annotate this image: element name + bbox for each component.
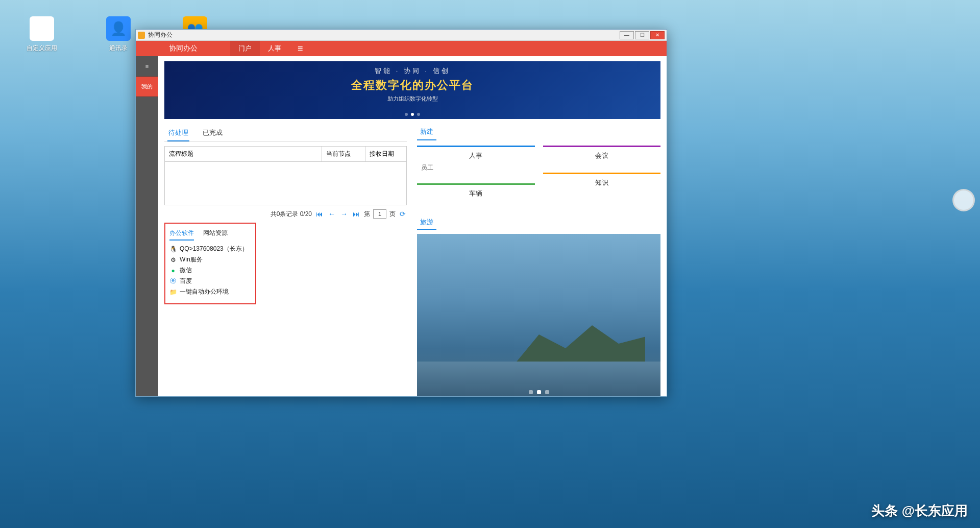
card-meeting[interactable]: 会议 [543,146,661,167]
banner-dot[interactable] [405,113,408,116]
nav-hr[interactable]: 人事 [260,41,289,56]
rail-mine-button[interactable]: 我的 [136,77,158,97]
folder-icon: 📁 [169,289,177,296]
pager-suffix: 页 [389,210,396,219]
card-title: 车辆 [421,189,531,198]
resource-item-qq[interactable]: 🐧QQ>137608023（长东） [169,244,251,254]
travel-panel: 旅游 [417,217,660,396]
task-tabs: 待处理 已完成 [164,125,407,142]
maximize-button[interactable]: ☐ [635,31,649,39]
pager-last-icon[interactable]: ⏭ [352,210,361,218]
service-icon: ⚙ [169,256,177,263]
tab-pending[interactable]: 待处理 [167,125,189,141]
close-button[interactable]: ✕ [650,31,665,39]
pager-prefix: 第 [364,210,370,219]
wechat-icon: ● [169,267,177,274]
resource-item-baidu[interactable]: ⓔ百度 [169,276,251,286]
resource-item-wechat[interactable]: ●微信 [169,265,251,276]
travel-dot[interactable] [537,390,541,394]
col-date: 接收日期 [365,147,407,162]
card-hr[interactable]: 人事 员工 [417,146,535,178]
window-titlebar[interactable]: 协同办公 — ☐ ✕ [136,30,667,41]
task-table: 流程标题 当前节点 接收日期 [164,146,407,205]
list-icon: ≡ [145,63,149,69]
pager-next-icon[interactable]: → [339,210,349,218]
minimize-button[interactable]: — [620,31,634,39]
left-rail: ≡ 我的 [136,56,158,396]
ie-icon: ⓔ [169,278,177,285]
tab-web-resources[interactable]: 网站资源 [203,229,228,241]
new-panel: 新建 人事 员工 车辆 [417,125,660,205]
tab-office-software[interactable]: 办公软件 [169,229,194,241]
nav-portal[interactable]: 门户 [230,41,260,56]
new-header: 新建 [417,125,436,140]
card-title: 会议 [547,151,657,160]
pager-summary: 共0条记录 0/20 [271,210,312,219]
travel-dot[interactable] [529,390,533,394]
pager-prev-icon[interactable]: ← [327,210,336,218]
col-node: 当前节点 [322,147,365,162]
app-header: 协同办公 门户 人事 ≡ [136,41,667,56]
watermark: 头条 @长东应用 [871,502,968,520]
mountain-shape [512,321,645,367]
banner-dots [405,113,420,116]
banner-line2: 全程数字化的办公平台 [164,78,660,93]
travel-image[interactable] [417,234,660,396]
content-area: 智能 · 协同 · 信创 全程数字化的办公平台 助力组织数字化转型 待处理 已完… [158,56,667,396]
banner-dot[interactable] [417,113,420,116]
window-title: 协同办公 [148,31,173,39]
tab-done[interactable]: 已完成 [202,125,224,141]
pager: 共0条记录 0/20 ⏮ ← → ⏭ 第 页 ⟳ [164,209,407,219]
card-item-employee[interactable]: 员工 [421,162,531,173]
table-empty [165,162,407,205]
side-circle-button[interactable] [952,189,975,211]
banner-line3: 助力组织数字化转型 [164,95,660,103]
app-window: 协同办公 — ☐ ✕ 协同办公 门户 人事 ≡ ≡ 我的 智能 · 协同 · 信… [135,29,667,397]
nav-menu[interactable]: ≡ [289,41,311,56]
pager-first-icon[interactable]: ⏮ [315,210,324,218]
card-vehicle[interactable]: 车辆 [417,183,535,205]
desktop-icon-label: 自定义应用 [21,44,62,53]
banner-line1: 智能 · 协同 · 信创 [164,66,660,76]
card-title: 知识 [547,178,657,187]
resource-item-auto-office[interactable]: 📁一键自动办公环境 [169,286,251,297]
qq-icon: 🐧 [169,246,177,253]
resource-box: 办公软件 网站资源 🐧QQ>137608023（长东） ⚙Win服务 ●微信 ⓔ… [164,223,256,304]
banner-dot[interactable] [411,113,414,116]
travel-dot[interactable] [545,390,549,394]
contacts-icon: 👤 [106,16,131,41]
pager-page-input[interactable] [373,209,386,219]
banner[interactable]: 智能 · 协同 · 信创 全程数字化的办公平台 助力组织数字化转型 [164,61,660,119]
col-title: 流程标题 [165,147,322,162]
desktop-icon-label: 通讯录 [98,44,139,53]
card-title: 人事 [421,151,531,160]
travel-dots [529,390,549,394]
pager-refresh-icon[interactable]: ⟳ [399,210,407,218]
desktop-icon-contacts[interactable]: 👤 通讯录 [98,16,139,53]
card-knowledge[interactable]: 知识 [543,173,661,195]
app-icon [138,32,145,39]
app-title: 协同办公 [136,44,230,53]
travel-header: 旅游 [417,217,436,230]
desktop-icon-custom-app[interactable]: ◈ 自定义应用 [21,16,62,53]
resource-item-winservice[interactable]: ⚙Win服务 [169,254,251,265]
cube-icon: ◈ [30,16,54,41]
rail-list-button[interactable]: ≡ [136,56,158,77]
